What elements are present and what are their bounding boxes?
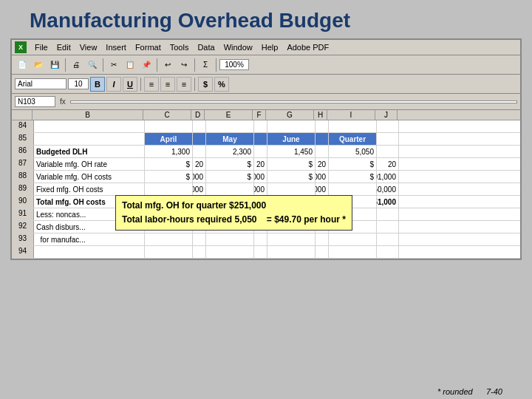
cut-btn[interactable]: ✂	[106, 58, 121, 72]
cell-c89[interactable]	[145, 183, 193, 195]
menu-window[interactable]: Window	[220, 42, 256, 52]
cell-h93[interactable]	[316, 233, 329, 245]
cell-j84[interactable]	[377, 120, 399, 132]
cell-g94[interactable]	[267, 246, 316, 258]
align-right-btn[interactable]: ≡	[177, 77, 191, 92]
menu-file[interactable]: File	[31, 42, 52, 52]
cell-i87[interactable]: $	[329, 158, 377, 170]
zoom-box[interactable]: 100%	[219, 59, 249, 70]
open-btn[interactable]: 📂	[31, 58, 46, 72]
cell-f89[interactable]: 50,000	[254, 183, 267, 195]
col-header-c[interactable]: C	[143, 110, 191, 120]
cell-c84[interactable]	[145, 120, 193, 132]
col-header-j[interactable]: J	[375, 110, 398, 120]
cell-f86[interactable]	[254, 146, 267, 157]
cell-h86[interactable]	[316, 146, 329, 157]
cell-j88[interactable]: 101,000	[377, 171, 399, 183]
redo-btn[interactable]: ↪	[177, 58, 191, 72]
paste-btn[interactable]: 📌	[139, 58, 154, 72]
cell-i89[interactable]	[329, 183, 377, 195]
col-header-e[interactable]: E	[205, 110, 253, 120]
cell-b84[interactable]	[34, 120, 145, 132]
cell-g89[interactable]	[267, 183, 316, 195]
cell-c86[interactable]: 1,300	[145, 146, 193, 157]
cell-d88[interactable]: 26,000	[193, 171, 206, 183]
cell-d94[interactable]	[193, 246, 206, 258]
cell-b88[interactable]: Variable mfg. OH costs	[34, 171, 145, 183]
formula-input[interactable]	[70, 100, 517, 103]
cell-i88[interactable]: $	[329, 171, 377, 183]
cell-j86[interactable]	[377, 146, 399, 157]
cell-b86[interactable]: Budgeted DLH	[34, 146, 145, 157]
cell-g87[interactable]: $	[267, 158, 316, 170]
cell-f94[interactable]	[254, 246, 267, 258]
menu-format[interactable]: Format	[132, 42, 165, 52]
cell-g86[interactable]: 1,450	[267, 146, 316, 157]
cell-j87[interactable]: 20	[377, 158, 399, 170]
cell-j94[interactable]	[377, 246, 399, 258]
cell-h84[interactable]	[316, 120, 329, 132]
cell-e84[interactable]	[206, 120, 254, 132]
align-center-btn[interactable]: ≡	[160, 77, 175, 92]
cell-b87[interactable]: Variable mfg. OH rate	[34, 158, 145, 170]
cell-h89[interactable]: 50,000	[316, 183, 329, 195]
underline-btn[interactable]: U	[123, 77, 137, 92]
cell-f84[interactable]	[254, 120, 267, 132]
menu-edit[interactable]: Edit	[53, 42, 75, 52]
bold-btn[interactable]: B	[90, 77, 105, 92]
cell-e87[interactable]: $	[206, 158, 254, 170]
cell-reference-box[interactable]: N103	[15, 96, 55, 107]
cell-f87[interactable]: 20	[254, 158, 267, 170]
preview-btn[interactable]: 🔍	[85, 58, 100, 72]
cell-d89[interactable]: 50,000	[193, 183, 206, 195]
cell-h88[interactable]: 29,000	[316, 171, 329, 183]
cell-e88[interactable]: $	[206, 171, 254, 183]
cell-j92[interactable]	[377, 221, 399, 233]
cell-j91[interactable]	[377, 208, 399, 220]
menu-adobe[interactable]: Adobe PDF	[283, 42, 332, 52]
italic-btn[interactable]: I	[106, 77, 121, 92]
cell-d84[interactable]	[193, 120, 206, 132]
new-btn[interactable]: 📄	[15, 58, 30, 72]
cell-h85[interactable]	[316, 133, 329, 145]
cell-e93[interactable]	[206, 233, 254, 245]
menu-view[interactable]: View	[76, 42, 101, 52]
currency-btn[interactable]: $	[198, 77, 213, 92]
menu-tools[interactable]: Tools	[166, 42, 193, 52]
cell-h94[interactable]	[316, 246, 329, 258]
cell-d87[interactable]: 20	[193, 158, 206, 170]
cell-e86[interactable]: 2,300	[206, 146, 254, 157]
percent-btn[interactable]: %	[214, 77, 229, 92]
print-btn[interactable]: 🖨	[69, 58, 83, 72]
col-header-i[interactable]: I	[327, 110, 375, 120]
cell-i84[interactable]	[329, 120, 377, 132]
cell-d93[interactable]	[193, 233, 206, 245]
align-left-btn[interactable]: ≡	[144, 77, 159, 92]
cell-g93[interactable]	[267, 233, 316, 245]
font-size-box[interactable]: 10	[68, 78, 89, 89]
col-header-b[interactable]: B	[33, 110, 143, 120]
cell-i86[interactable]: 5,050	[329, 146, 377, 157]
col-header-f[interactable]: F	[253, 110, 266, 120]
cell-f93[interactable]	[254, 233, 267, 245]
cell-b89[interactable]: Fixed mfg. OH costs	[34, 183, 145, 195]
save-btn[interactable]: 💾	[47, 58, 62, 72]
menu-data[interactable]: Data	[194, 42, 218, 52]
cell-f85[interactable]	[254, 133, 267, 145]
cell-d85[interactable]	[193, 133, 206, 145]
cell-c88[interactable]: $	[145, 171, 193, 183]
menu-help[interactable]: Help	[258, 42, 282, 52]
cell-c85[interactable]: April	[145, 133, 193, 145]
cell-e89[interactable]	[206, 183, 254, 195]
cell-g85[interactable]: June	[267, 133, 316, 145]
undo-btn[interactable]: ↩	[160, 58, 175, 72]
col-header-g[interactable]: G	[266, 110, 314, 120]
cell-b93[interactable]: for manufac...	[34, 233, 145, 245]
cell-f88[interactable]: 46,000	[254, 171, 267, 183]
cell-i93[interactable]	[329, 233, 377, 245]
cell-i94[interactable]	[329, 246, 377, 258]
cell-b94[interactable]	[34, 246, 145, 258]
font-name-box[interactable]: Arial	[15, 78, 66, 89]
cell-g84[interactable]	[267, 120, 316, 132]
cell-c93[interactable]	[145, 233, 193, 245]
